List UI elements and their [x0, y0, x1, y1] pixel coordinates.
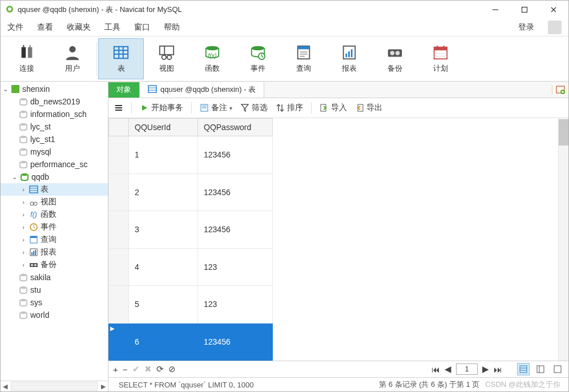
menu-login[interactable]: 登录	[518, 22, 534, 33]
data-grid[interactable]: QQUserId QQPassword 11234562123456312345…	[108, 118, 568, 361]
scroll-right-icon[interactable]: ▶	[99, 383, 108, 390]
tree-sub-function[interactable]: ›f()函数	[1, 208, 108, 221]
memo-button[interactable]: 备注▾	[200, 103, 232, 113]
tree-sub-event[interactable]: ›事件	[1, 221, 108, 233]
tab-object[interactable]: 对象	[108, 82, 140, 98]
menu-file[interactable]: 文件	[7, 22, 23, 33]
cell-qquserid[interactable]: 5	[129, 286, 198, 324]
confirm-button[interactable]: ✔	[132, 364, 140, 374]
toolbar-query[interactable]: 查询	[281, 38, 326, 79]
tree-sub-report[interactable]: ›报表	[1, 246, 108, 258]
cell-qqpassword[interactable]: 123456	[198, 211, 273, 249]
row-gutter[interactable]	[109, 323, 129, 361]
cell-qqpassword[interactable]: 123	[198, 286, 273, 324]
toolbar-event[interactable]: 事件	[235, 38, 281, 79]
grid-vscroll[interactable]	[558, 118, 568, 361]
table-row[interactable]: 2123456	[109, 173, 273, 211]
cancel-button[interactable]: ✖	[144, 364, 152, 374]
detail-view-button[interactable]	[551, 363, 564, 375]
tree-sub-view[interactable]: ›视图	[1, 196, 108, 208]
toolbar-user[interactable]: 用户	[50, 38, 95, 79]
tree-db-item[interactable]: lyc_st1	[1, 133, 108, 146]
tab-add-button[interactable]	[552, 85, 568, 94]
table-row[interactable]: 1123456	[109, 136, 273, 174]
close-button[interactable]	[540, 2, 566, 18]
toolbar-schedule[interactable]: 计划	[418, 38, 463, 79]
delete-row-button[interactable]: −	[123, 365, 128, 374]
cell-qquserid[interactable]: 6	[129, 323, 198, 361]
menu-window[interactable]: 窗口	[134, 22, 150, 33]
toolbar-table[interactable]: 表	[98, 38, 144, 79]
refresh-button[interactable]: ⟳	[156, 364, 164, 374]
tree-db-open[interactable]: ⌄ qqdb	[1, 171, 108, 183]
begin-transaction-button[interactable]: 开始事务	[140, 103, 183, 113]
last-page-button[interactable]: ⏭	[494, 365, 502, 374]
table-row[interactable]: 5123	[109, 286, 273, 324]
toolbar-report[interactable]: 报表	[326, 38, 372, 79]
maximize-button[interactable]	[511, 2, 537, 18]
row-gutter[interactable]	[109, 211, 129, 249]
grid-view-button[interactable]	[517, 363, 530, 375]
toolbar-backup[interactable]: 备份	[372, 38, 418, 79]
tree-db-item[interactable]: db_news2019	[1, 95, 108, 108]
first-page-button[interactable]: ⏮	[431, 365, 440, 374]
tree-db-item[interactable]: world	[1, 309, 108, 321]
table-row[interactable]: 4123	[109, 248, 273, 286]
tree-sub-query[interactable]: ›查询	[1, 233, 108, 246]
data-table[interactable]: QQUserId QQPassword 11234562123456312345…	[108, 118, 273, 361]
row-gutter[interactable]	[109, 286, 129, 324]
cell-qqpassword[interactable]: 123	[198, 248, 273, 286]
toolbar-view[interactable]: 视图	[144, 38, 189, 79]
cell-qqpassword[interactable]: 123456	[198, 173, 273, 211]
tab-current[interactable]: qquser @qqdb (shenxin) - 表	[140, 82, 264, 98]
sidebar-hscroll[interactable]: ◀ ▶	[1, 381, 108, 391]
cell-qquserid[interactable]: 4	[129, 248, 198, 286]
menu-favorites[interactable]: 收藏夹	[67, 22, 91, 33]
column-header[interactable]: QQUserId	[129, 119, 198, 136]
tree-db-item[interactable]: sys	[1, 296, 108, 309]
menu-view[interactable]: 查看	[37, 22, 53, 33]
tree-sub-table[interactable]: ›表	[1, 183, 108, 196]
cell-qquserid[interactable]: 1	[129, 136, 198, 174]
connection-tree[interactable]: ⌄ shenxin db_news2019 information_sch ly…	[1, 82, 108, 381]
page-input[interactable]: 1	[456, 363, 478, 375]
cell-qqpassword[interactable]: 123456	[198, 323, 273, 361]
toolbar-function[interactable]: f(x) 函数	[189, 38, 235, 79]
minimize-button[interactable]	[482, 2, 508, 18]
table-row[interactable]: 6123456	[109, 323, 273, 361]
avatar-icon[interactable]	[548, 21, 562, 34]
row-gutter[interactable]	[109, 173, 129, 211]
menu-tools[interactable]: 工具	[104, 22, 120, 33]
tree-db-item[interactable]: lyc_st	[1, 120, 108, 133]
row-gutter[interactable]	[109, 136, 129, 174]
import-button[interactable]: 导入	[320, 103, 347, 113]
scroll-thumb[interactable]	[559, 119, 568, 146]
next-page-button[interactable]: ▶	[482, 364, 489, 374]
tree-connection[interactable]: ⌄ shenxin	[1, 83, 108, 95]
tree-db-item[interactable]: performance_sc	[1, 158, 108, 171]
cell-qquserid[interactable]: 3	[129, 211, 198, 249]
column-header[interactable]: QQPassword	[198, 119, 273, 136]
add-row-button[interactable]: +	[113, 365, 118, 374]
row-gutter[interactable]	[109, 248, 129, 286]
sort-button[interactable]: 排序	[276, 103, 303, 113]
tree-db-item[interactable]: mysql	[1, 146, 108, 158]
scroll-track[interactable]	[11, 382, 98, 391]
tree-sub-backup[interactable]: ›备份	[1, 258, 108, 271]
form-view-button[interactable]	[534, 363, 547, 375]
toolbar-connect[interactable]: 连接	[4, 38, 50, 79]
filter-button[interactable]: 筛选	[240, 103, 268, 113]
toggle-panel-button[interactable]	[114, 103, 123, 112]
tree-db-item[interactable]: sakila	[1, 271, 108, 284]
tree-db-item[interactable]: information_sch	[1, 108, 108, 120]
cell-qquserid[interactable]: 2	[129, 173, 198, 211]
cell-qqpassword[interactable]: 123456	[198, 136, 273, 174]
prev-page-button[interactable]: ◀	[445, 364, 451, 374]
menu-help[interactable]: 帮助	[164, 22, 180, 33]
stop-button[interactable]: ⊘	[168, 364, 176, 374]
table-row[interactable]: 3123456	[109, 211, 273, 249]
scroll-left-icon[interactable]: ◀	[1, 383, 10, 390]
tree-db-item[interactable]: stu	[1, 284, 108, 296]
export-button[interactable]: 导出	[355, 103, 382, 113]
tree-db-open-label: qqdb	[31, 172, 49, 181]
